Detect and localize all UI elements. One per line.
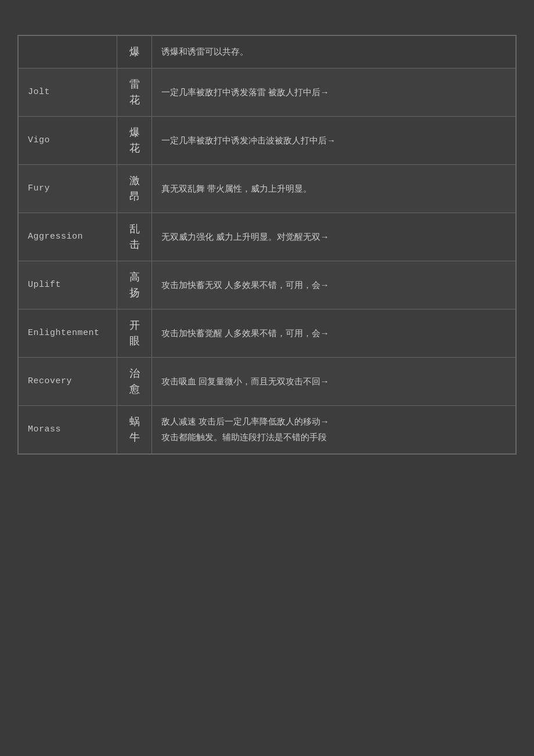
row-name: Fury <box>19 165 117 213</box>
row-kanji: 雷花 <box>117 69 152 117</box>
row-kanji: 治愈 <box>117 358 152 406</box>
row-kanji: 乱击 <box>117 213 152 261</box>
row-description: 攻击吸血 回复量微小，而且无双攻击不回→ <box>152 358 516 406</box>
row-name: Jolt <box>19 69 117 117</box>
row-kanji: 爆 <box>117 36 152 69</box>
row-name: Enlightenment <box>19 309 117 358</box>
row-kanji: 高扬 <box>117 261 152 309</box>
table-row: Jolt雷花一定几率被敌打中诱发落雷 被敌人打中后→ <box>19 69 516 117</box>
row-description: 一定几率被敌打中诱发落雷 被敌人打中后→ <box>152 69 516 117</box>
table-row: Recovery治愈攻击吸血 回复量微小，而且无双攻击不回→ <box>19 358 516 406</box>
row-kanji: 开眼 <box>117 309 152 358</box>
row-description: 无双威力强化 威力上升明显。对觉醒无双→ <box>152 213 516 261</box>
table-row: Morass蜗牛敌人减速 攻击后一定几率降低敌人的移动→攻击都能触发。辅助连段打… <box>19 406 516 454</box>
row-name: Vigo <box>19 117 117 165</box>
table-row: Uplift高扬攻击加快蓄无双 人多效果不错，可用，会→ <box>19 261 516 309</box>
row-description: 一定几率被敌打中诱发冲击波被敌人打中后→ <box>152 117 516 165</box>
row-description: 攻击加快蓄觉醒 人多效果不错，可用，会→ <box>152 309 516 358</box>
table-row: Aggression乱击无双威力强化 威力上升明显。对觉醒无双→ <box>19 213 516 261</box>
row-description: 诱爆和诱雷可以共存。 <box>152 36 516 69</box>
row-name: Uplift <box>19 261 117 309</box>
table-row: 爆诱爆和诱雷可以共存。 <box>19 36 516 69</box>
table-row: Fury激昂真无双乱舞 带火属性，威力上升明显。 <box>19 165 516 213</box>
row-description: 真无双乱舞 带火属性，威力上升明显。 <box>152 165 516 213</box>
row-kanji: 激昂 <box>117 165 152 213</box>
row-kanji: 爆花 <box>117 117 152 165</box>
table-row: Enlightenment开眼攻击加快蓄觉醒 人多效果不错，可用，会→ <box>19 309 516 358</box>
row-name <box>19 36 117 69</box>
main-table: 爆诱爆和诱雷可以共存。Jolt雷花一定几率被敌打中诱发落雷 被敌人打中后→Vig… <box>17 35 517 455</box>
row-name: Morass <box>19 406 117 454</box>
row-description: 攻击加快蓄无双 人多效果不错，可用，会→ <box>152 261 516 309</box>
table-row: Vigo爆花一定几率被敌打中诱发冲击波被敌人打中后→ <box>19 117 516 165</box>
row-name: Recovery <box>19 358 117 406</box>
row-name: Aggression <box>19 213 117 261</box>
row-description: 敌人减速 攻击后一定几率降低敌人的移动→攻击都能触发。辅助连段打法是不错的手段 <box>152 406 516 454</box>
row-kanji: 蜗牛 <box>117 406 152 454</box>
